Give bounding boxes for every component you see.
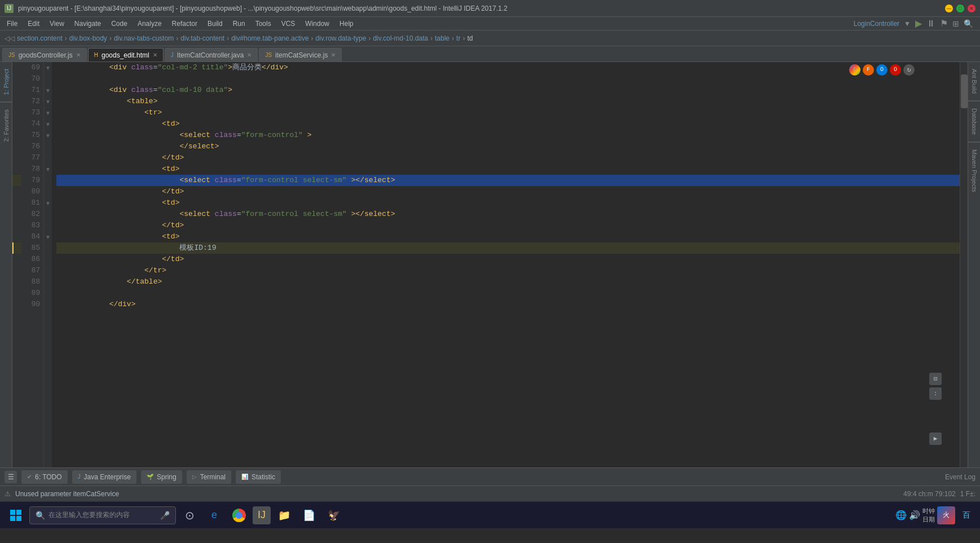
breadcrumb-table[interactable]: table — [435, 34, 449, 42]
line-num-69: 69 — [21, 62, 40, 73]
breadcrumb-home-pane[interactable]: div#home.tab-pane.active — [231, 34, 308, 42]
menu-navigate[interactable]: Navigate — [70, 19, 105, 29]
tab-label: itemCatService.js — [275, 51, 328, 59]
minimize-button[interactable]: — — [945, 5, 953, 12]
tab-close-itemcatcontroller[interactable]: ✕ — [247, 52, 251, 58]
login-controller-indicator[interactable]: LoginController — [854, 20, 899, 28]
favorites-tab[interactable]: 2: Favorites — [2, 105, 11, 146]
firefox-icon[interactable]: F — [863, 64, 874, 76]
menu-tools[interactable]: Tools — [251, 19, 276, 29]
maven-tab[interactable]: Maven Projects — [970, 145, 979, 197]
menu-help[interactable]: Help — [335, 19, 358, 29]
menu-analyze[interactable]: Analyze — [133, 19, 166, 29]
bottom-tab-todo[interactable]: ✔ 6: TODO — [21, 470, 68, 484]
nav-back[interactable]: ◁◁ — [5, 34, 15, 42]
scroll-arrow-button[interactable]: ▶ — [929, 432, 942, 445]
panel-btn-1[interactable]: ⊡ — [929, 373, 942, 385]
window-controls[interactable]: — □ ✕ — [945, 5, 975, 12]
taskbar-app-explorer[interactable]: 📁 — [273, 504, 295, 527]
bottom-tab-terminal[interactable]: ▷ Terminal — [187, 470, 231, 484]
menu-code[interactable]: Code — [107, 19, 132, 29]
code-editor[interactable]: C F O O ↻ <div class="col-md-2 title">商品… — [52, 62, 960, 467]
taskbar-clock[interactable]: 时钟 日期 — [922, 507, 935, 524]
code-line-84: <td> — [56, 231, 960, 242]
tab-close-goodscontroller[interactable]: ✕ — [76, 52, 81, 58]
menu-window[interactable]: Window — [301, 19, 334, 29]
opera2-icon[interactable]: O — [890, 64, 901, 76]
breadcrumb-col-data[interactable]: div.col-md-10.data — [373, 34, 428, 42]
breadcrumb-section-content[interactable]: section.content — [17, 34, 63, 42]
fold-72[interactable]: ▼ — [44, 96, 52, 107]
breadcrumb-tab-content[interactable]: div.tab-content — [180, 34, 224, 42]
breadcrumb-nav-tabs[interactable]: div.nav-tabs-custom — [114, 34, 174, 42]
tab-itemcatservice[interactable]: JS itemCatService.js ✕ — [259, 48, 342, 61]
maximize-button[interactable]: □ — [956, 5, 964, 12]
bookmark-73 — [12, 107, 21, 118]
menu-refactor[interactable]: Refactor — [167, 19, 202, 29]
left-sidebar-toggle[interactable]: ☰ — [5, 471, 17, 483]
taskbar-extra-app[interactable]: 百 — [957, 506, 975, 524]
menu-bar: File Edit View Navigate Code Analyze Ref… — [0, 17, 980, 30]
line-num-87: 87 — [21, 265, 40, 276]
bookmark-78 — [12, 164, 21, 175]
code-line-90: </div> — [56, 299, 960, 310]
fold-78[interactable]: ▼ — [44, 164, 52, 175]
database-tab[interactable]: Database — [970, 104, 979, 139]
fold-74[interactable]: ▼ — [44, 118, 52, 130]
breadcrumb-div-box-body[interactable]: div.box-body — [69, 34, 107, 42]
bookmark-88 — [12, 276, 21, 288]
taskbar-app-chrome[interactable] — [228, 504, 250, 527]
fold-81[interactable]: ▼ — [44, 197, 52, 209]
close-button[interactable]: ✕ — [968, 5, 975, 12]
taskbar-app-cortana[interactable]: ⊙ — [178, 504, 201, 527]
tab-close-itemcatservice[interactable]: ✕ — [331, 52, 336, 58]
menu-run[interactable]: Run — [228, 19, 250, 29]
taskbar-app-extra[interactable]: 🦅 — [323, 504, 345, 527]
menu-build[interactable]: Build — [203, 19, 227, 29]
scrollbar-thumb[interactable] — [961, 74, 968, 108]
taskbar-search[interactable]: 🔍 在这里输入您要搜索的内容 🎤 — [29, 506, 176, 524]
bottom-tab-spring[interactable]: 🌱 Spring — [141, 470, 182, 484]
coverage-button[interactable]: ⚑ — [940, 18, 948, 29]
taskbar-antivirus[interactable]: 火 — [937, 506, 955, 524]
menu-view[interactable]: View — [45, 19, 69, 29]
menu-file[interactable]: File — [2, 19, 22, 29]
taskbar-app-pdf[interactable]: 📄 — [298, 504, 320, 527]
taskbar-app-ie[interactable]: e — [203, 504, 226, 527]
chrome-icon[interactable]: C — [849, 64, 860, 76]
taskbar-volume-icon[interactable]: 🔊 — [909, 510, 920, 520]
layout-button[interactable]: ⊞ — [952, 19, 959, 28]
event-log-button[interactable]: Event Log — [945, 473, 975, 481]
ant-build-tab[interactable]: Ant Build — [970, 64, 979, 98]
bottom-tab-java-enterprise[interactable]: J Java Enterprise — [72, 470, 136, 484]
project-tab[interactable]: 1: Project — [2, 64, 11, 99]
code-line-86: </td> — [56, 254, 960, 265]
tab-itemcatcontroller[interactable]: J ItemCatController.java ✕ — [165, 48, 258, 61]
tab-goodscontroller[interactable]: JS goodsController.js ✕ — [2, 48, 87, 61]
fold-71[interactable]: ▼ — [44, 85, 52, 96]
taskbar-network-icon[interactable]: 🌐 — [895, 510, 907, 520]
debug-button[interactable]: ⏸ — [926, 19, 935, 29]
taskbar-app-intellij[interactable]: IJ — [253, 506, 271, 524]
menu-vcs[interactable]: VCS — [277, 19, 300, 29]
refresh-icon[interactable]: ↻ — [903, 64, 915, 76]
breadcrumb-tr[interactable]: tr — [456, 34, 460, 42]
line-num-90: 90 — [21, 299, 40, 310]
run-button[interactable]: ▶ — [915, 18, 922, 29]
search-everywhere-button[interactable]: 🔍 — [964, 19, 973, 28]
fold-69[interactable]: ▼ — [44, 62, 52, 73]
menu-edit[interactable]: Edit — [23, 19, 44, 29]
breadcrumb-row-data-type[interactable]: div.row.data-type — [316, 34, 367, 42]
fold-73[interactable]: ▼ — [44, 107, 52, 118]
windows-start-button[interactable] — [5, 504, 27, 527]
app-icon: IJ — [5, 4, 14, 13]
line-num-84: 84 — [21, 231, 40, 242]
panel-btn-2[interactable]: : — [929, 387, 942, 400]
tab-goods-edit[interactable]: H goods_edit.html ✕ — [88, 48, 164, 61]
breadcrumb-td[interactable]: td — [467, 34, 473, 42]
fold-84[interactable]: ▼ — [44, 231, 52, 242]
tab-close-goods-edit[interactable]: ✕ — [153, 52, 157, 58]
fold-75[interactable]: ▼ — [44, 130, 52, 141]
opera1-icon[interactable]: O — [876, 64, 888, 76]
bottom-tab-statistic[interactable]: 📊 Statistic — [236, 470, 281, 484]
